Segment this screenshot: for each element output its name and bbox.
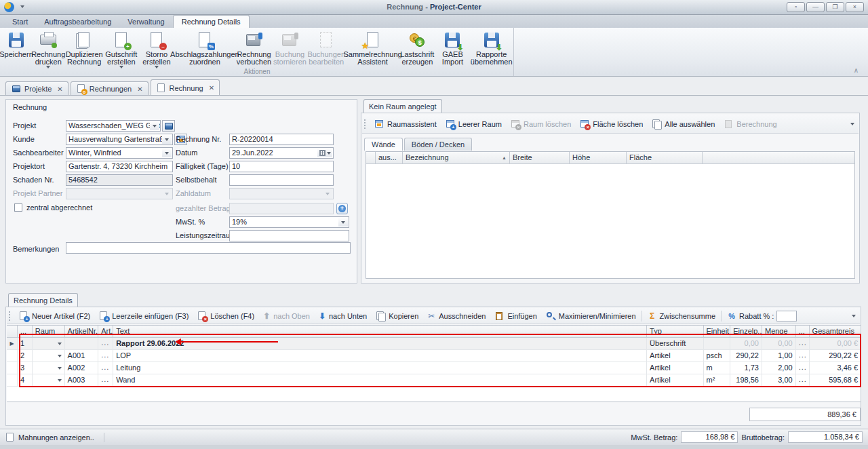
ellipsis-button[interactable]: ... — [796, 350, 810, 362]
ellipsis-button[interactable]: ... — [796, 338, 810, 349]
duplizieren-rechnung-button[interactable]: Duplizieren Rechnung — [65, 29, 103, 67]
maximieren-minimieren-button[interactable]: Maximieren/Minimieren — [541, 309, 640, 324]
column-header-gesamtpreis[interactable]: Gesamtpreis — [810, 326, 861, 337]
leerzeile-einfuegen-button[interactable]: + Leerzeile einfügen (F3) — [94, 309, 193, 324]
raum-cell-combo[interactable] — [33, 350, 65, 362]
leistungszeitraum-field[interactable] — [229, 230, 349, 241]
ellipsis-button[interactable]: ... — [98, 350, 113, 362]
toolbar-overflow-caret-icon[interactable] — [850, 123, 854, 125]
column-header-text[interactable]: Text — [113, 326, 647, 337]
tab-rechnungen[interactable]: o Rechnungen ✕ — [71, 81, 149, 96]
zentral-abgerechnet-checkbox[interactable] — [14, 203, 22, 212]
kunde-combo[interactable]: Hausverwaltung Gartenstraße — [66, 134, 173, 145]
chevron-down-icon[interactable] — [338, 218, 348, 227]
column-header-aus[interactable]: aus... — [376, 152, 403, 163]
ellipsis-button[interactable]: ... — [98, 374, 113, 386]
column-header-typ[interactable]: Typ — [647, 326, 703, 337]
ellipsis-button[interactable]: ... — [98, 362, 113, 374]
rabatt-input[interactable] — [776, 311, 797, 321]
close-button[interactable]: × — [846, 2, 864, 12]
abschlagszahlungen-zuordnen-button[interactable]: % Abschlagszahlungen zuordnen — [174, 29, 235, 67]
projekt-combo[interactable]: Wasserschaden_WEG Garte... — [66, 120, 161, 132]
sammelrechnung-assistent-button[interactable]: ★ Sammelrechnung Assistent — [345, 29, 400, 67]
schaden-nr-field[interactable]: 5468542 — [66, 174, 173, 186]
table-row[interactable]: ▶ 1 ... Rapport 29.06.2022 Überschrift 0… — [7, 338, 861, 350]
close-tab-icon[interactable]: ✕ — [209, 84, 214, 92]
faelligkeit-field[interactable]: 10 — [229, 161, 334, 172]
lastschrift-erzeugen-button[interactable]: €$ Lastschrift erzeugen — [400, 29, 434, 67]
loeschen-button[interactable]: × Löschen (F4) — [193, 309, 258, 324]
column-header-num[interactable]: ... — [18, 326, 33, 337]
ellipsis-button[interactable]: ... — [796, 362, 810, 374]
column-header-artikelnr[interactable]: ArtikelNr. — [65, 326, 99, 337]
chevron-down-icon[interactable] — [150, 121, 159, 130]
ribbon-collapse-icon[interactable]: ∧ — [854, 66, 859, 74]
bemerkungen-field[interactable] — [66, 242, 351, 254]
column-header-menge[interactable]: Menge — [762, 326, 796, 337]
column-header-einzelpreis[interactable]: Einzelp... — [730, 326, 762, 337]
mahnungen-anzeigen-link[interactable]: Mahnungen anzeigen.. — [0, 433, 100, 442]
raum-cell-combo[interactable] — [33, 374, 65, 386]
projektort-field[interactable]: Gartenstr. 4, 73230 Kirchheim — [66, 161, 173, 172]
tab-projekte[interactable]: Projekte ✕ — [5, 81, 68, 96]
rapporte-uebernehmen-button[interactable]: ⬇ Rapporte übernehmen — [471, 29, 512, 67]
selbstbehalt-field[interactable] — [229, 174, 334, 186]
toolbar-grip[interactable] — [8, 311, 12, 321]
tab-kein-raum-angelegt[interactable]: Kein Raum angelegt — [363, 99, 442, 113]
raum-cell-combo[interactable] — [33, 338, 65, 349]
leerer-raum-button[interactable]: + Leerer Raum — [441, 117, 506, 132]
ellipsis-button[interactable]: ... — [98, 338, 113, 349]
rechnung-verbuchen-button[interactable]: Rechnung verbuchen — [236, 29, 273, 67]
tab-rechnung[interactable]: Rechnung ✕ — [151, 79, 220, 96]
fullscreen-button[interactable]: ▫ — [787, 2, 805, 12]
projekt-open-button[interactable] — [162, 120, 175, 132]
column-header-art[interactable]: Art... — [98, 326, 113, 337]
close-tab-icon[interactable]: ✕ — [57, 85, 62, 93]
column-header-breite[interactable]: Breite — [510, 152, 570, 163]
gutschrift-erstellen-button[interactable]: + Gutschrift erstellen — [103, 29, 140, 70]
raumassistent-button[interactable]: Raumassistent — [370, 117, 441, 132]
minimize-button[interactable]: — — [806, 2, 825, 12]
date-picker-icon[interactable] — [317, 149, 332, 157]
table-row[interactable]: 3 A002 ... Leitung Artikel m 1,73 2,00 .… — [7, 362, 861, 374]
einfuegen-button[interactable]: Einfügen — [490, 309, 540, 324]
column-header-einheit[interactable]: Einheit — [704, 326, 731, 337]
neuer-artikel-button[interactable]: + Neuer Artikel (F2) — [14, 309, 94, 324]
storno-erstellen-button[interactable]: – Storno erstellen — [140, 29, 174, 70]
raum-cell-combo[interactable] — [33, 362, 65, 374]
column-header-flaeche[interactable]: Fläche — [627, 152, 703, 163]
subtab-waende[interactable]: Wände — [364, 138, 403, 151]
gaeb-import-button[interactable]: ⬇ GAEB Import — [435, 29, 471, 67]
zwischensumme-button[interactable]: Σ Zwischensumme — [644, 309, 720, 324]
column-header-bezeichnung[interactable]: Bezeichnung▲ — [403, 152, 510, 163]
ribbon-tab-verwaltung[interactable]: Verwaltung — [119, 16, 172, 28]
chevron-down-icon[interactable] — [162, 149, 172, 157]
column-header-raum[interactable]: Raum — [33, 326, 65, 337]
sachbearbeiter-combo[interactable]: Winter, Winfried — [66, 147, 173, 159]
column-header-hoehe[interactable]: Höhe — [570, 152, 627, 163]
ausschneiden-button[interactable]: ✂ Ausschneiden — [422, 309, 490, 324]
close-tab-icon[interactable]: ✕ — [137, 85, 142, 93]
mwst-combo[interactable]: 19% — [229, 216, 349, 228]
tab-rechnung-details[interactable]: Rechnung Details — [8, 293, 78, 307]
restore-button[interactable]: ❐ — [826, 2, 844, 12]
kopieren-button[interactable]: Kopieren — [371, 309, 422, 324]
chevron-down-icon[interactable] — [162, 135, 172, 144]
rechnung-nr-field[interactable]: R-20220014 — [229, 134, 334, 145]
datum-field[interactable]: 29.Jun.2022 — [229, 147, 334, 159]
add-payment-button[interactable]: + — [336, 203, 348, 214]
speichern-button[interactable]: Speichern — [1, 29, 31, 60]
column-header-dots[interactable]: ... — [796, 326, 810, 337]
toolbar-grip[interactable] — [363, 119, 367, 130]
nach-unten-button[interactable]: ⬇ nach Unten — [314, 309, 371, 324]
rechnung-drucken-button[interactable]: Rechnung drucken — [31, 29, 65, 70]
ribbon-tab-auftragsbearbeitung[interactable]: Auftragsbearbeitung — [36, 16, 119, 28]
table-row[interactable]: 4 A003 ... Wand Artikel m² 198,56 3,00 .… — [7, 374, 861, 387]
flaeche-loeschen-button[interactable]: × Fläche löschen — [575, 117, 647, 132]
ribbon-tab-rechnung-details[interactable]: Rechnung Details — [173, 15, 250, 28]
ellipsis-button[interactable]: ... — [796, 374, 810, 386]
toolbar-overflow-caret-icon[interactable] — [852, 315, 856, 317]
ribbon-tab-start[interactable]: Start — [4, 16, 36, 28]
table-row[interactable]: 2 A001 ... LOP Artikel psch 290,22 1,00 … — [7, 350, 861, 362]
subtab-boeden-decken[interactable]: Böden / Decken — [404, 138, 472, 151]
